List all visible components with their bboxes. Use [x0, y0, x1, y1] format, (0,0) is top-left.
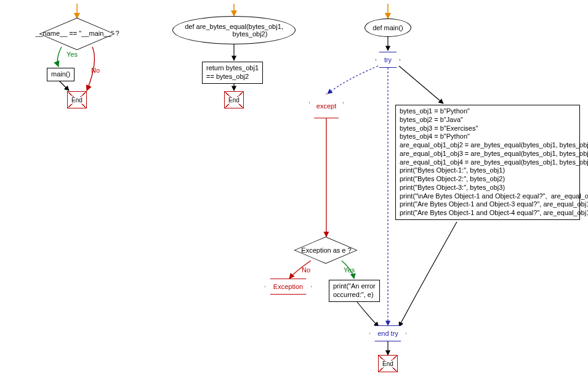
main-def: def main() [364, 18, 411, 37]
end-label: End [228, 97, 240, 104]
end-label: End [382, 361, 394, 367]
try-node: try [376, 52, 400, 68]
are-bytes-equal-signature: def are_bytes_equal(bytes_obj1, bytes_ob… [185, 23, 283, 38]
exception-handler-box: print("An error occurred:", e) [329, 280, 380, 302]
main-def-signature: def main() [373, 24, 403, 31]
try-body-box: bytes_obj1 = b"Python" bytes_obj2 = b"Ja… [395, 105, 580, 220]
are-bytes-equal-body: return bytes_obj1 == bytes_obj2 [202, 62, 263, 84]
end-tile-left: End [67, 91, 87, 108]
name-main-decision [39, 18, 115, 50]
try-label: try [384, 56, 392, 63]
exception-decision [294, 237, 357, 264]
except-label: except [316, 102, 336, 110]
end-tile-middle: End [224, 91, 244, 108]
except-node: except [309, 94, 344, 118]
flowchart-canvas: __name__ == "__main__" ? Yes No main() E… [0, 0, 588, 387]
yes-label: Yes [66, 51, 78, 58]
are-bytes-equal-def: def are_bytes_equal(bytes_obj1, bytes_ob… [172, 16, 296, 44]
svg-line-1 [58, 80, 69, 91]
call-main-box: main() [47, 68, 75, 81]
end-try-label: end try [377, 330, 398, 337]
exception-raise-label: Exception [273, 283, 303, 290]
exc-no-label: No [302, 266, 310, 274]
exc-yes-label: Yes [344, 266, 355, 274]
end-try-node: end try [369, 325, 406, 341]
end-tile-right: End [378, 355, 398, 372]
end-label: End [71, 97, 83, 104]
exception-raise: Exception [265, 279, 312, 295]
no-label: No [91, 67, 100, 74]
